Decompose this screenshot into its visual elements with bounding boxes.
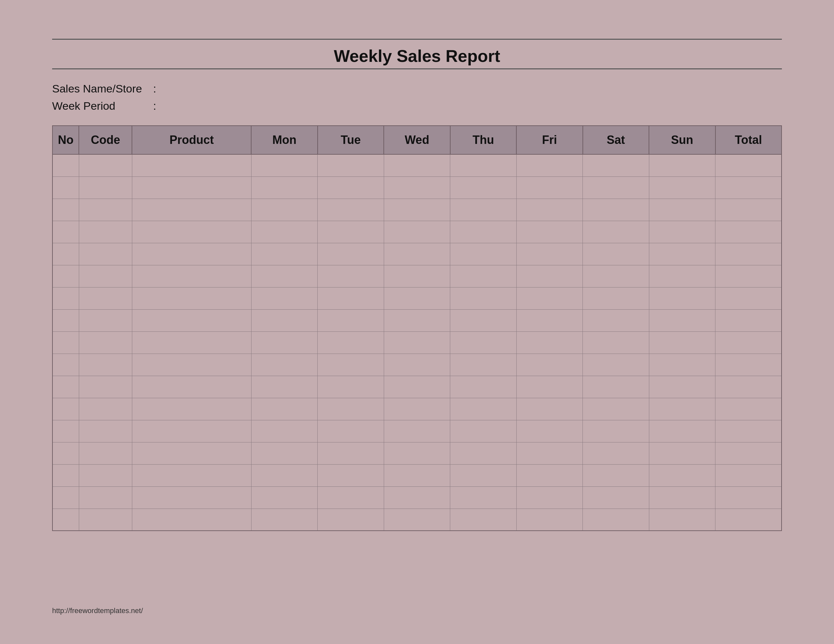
cell-fri[interactable] [516,464,582,486]
cell-code[interactable] [79,376,132,398]
cell-total[interactable] [715,331,782,353]
cell-product[interactable] [132,398,251,420]
cell-tue[interactable] [318,508,384,531]
cell-sat[interactable] [583,176,649,199]
cell-no[interactable] [52,154,79,176]
cell-wed[interactable] [384,331,450,353]
cell-total[interactable] [715,154,782,176]
cell-fri[interactable] [516,398,582,420]
cell-product[interactable] [132,199,251,221]
cell-no[interactable] [52,309,79,331]
cell-sat[interactable] [583,331,649,353]
cell-code[interactable] [79,442,132,464]
cell-mon[interactable] [251,154,317,176]
cell-wed[interactable] [384,508,450,531]
cell-thu[interactable] [450,176,516,199]
cell-product[interactable] [132,309,251,331]
cell-code[interactable] [79,420,132,442]
cell-thu[interactable] [450,199,516,221]
cell-product[interactable] [132,221,251,243]
cell-wed[interactable] [384,464,450,486]
cell-wed[interactable] [384,486,450,508]
cell-mon[interactable] [251,221,317,243]
cell-sun[interactable] [649,508,715,531]
cell-product[interactable] [132,464,251,486]
cell-total[interactable] [715,243,782,265]
cell-product[interactable] [132,154,251,176]
cell-thu[interactable] [450,508,516,531]
cell-thu[interactable] [450,154,516,176]
cell-no[interactable] [52,486,79,508]
cell-code[interactable] [79,353,132,376]
cell-mon[interactable] [251,464,317,486]
cell-sat[interactable] [583,464,649,486]
cell-thu[interactable] [450,486,516,508]
cell-sat[interactable] [583,243,649,265]
cell-wed[interactable] [384,243,450,265]
cell-sat[interactable] [583,221,649,243]
cell-mon[interactable] [251,420,317,442]
cell-mon[interactable] [251,398,317,420]
cell-sun[interactable] [649,376,715,398]
cell-fri[interactable] [516,331,582,353]
cell-no[interactable] [52,221,79,243]
cell-total[interactable] [715,464,782,486]
cell-tue[interactable] [318,464,384,486]
cell-mon[interactable] [251,376,317,398]
cell-sun[interactable] [649,353,715,376]
cell-no[interactable] [52,376,79,398]
cell-code[interactable] [79,221,132,243]
cell-no[interactable] [52,287,79,309]
cell-sun[interactable] [649,243,715,265]
cell-fri[interactable] [516,243,582,265]
cell-wed[interactable] [384,154,450,176]
cell-no[interactable] [52,353,79,376]
cell-sun[interactable] [649,199,715,221]
cell-wed[interactable] [384,287,450,309]
cell-tue[interactable] [318,243,384,265]
cell-wed[interactable] [384,420,450,442]
cell-no[interactable] [52,199,79,221]
cell-tue[interactable] [318,442,384,464]
cell-no[interactable] [52,243,79,265]
cell-tue[interactable] [318,154,384,176]
cell-total[interactable] [715,508,782,531]
cell-sat[interactable] [583,287,649,309]
cell-tue[interactable] [318,486,384,508]
cell-code[interactable] [79,287,132,309]
cell-thu[interactable] [450,309,516,331]
cell-wed[interactable] [384,176,450,199]
cell-total[interactable] [715,398,782,420]
cell-fri[interactable] [516,442,582,464]
cell-no[interactable] [52,508,79,531]
cell-sat[interactable] [583,376,649,398]
cell-code[interactable] [79,309,132,331]
cell-fri[interactable] [516,420,582,442]
cell-thu[interactable] [450,331,516,353]
cell-thu[interactable] [450,287,516,309]
cell-sat[interactable] [583,420,649,442]
cell-no[interactable] [52,265,79,287]
cell-fri[interactable] [516,508,582,531]
cell-tue[interactable] [318,398,384,420]
cell-sat[interactable] [583,508,649,531]
cell-product[interactable] [132,420,251,442]
cell-fri[interactable] [516,265,582,287]
cell-no[interactable] [52,442,79,464]
cell-fri[interactable] [516,353,582,376]
cell-tue[interactable] [318,287,384,309]
cell-code[interactable] [79,508,132,531]
cell-thu[interactable] [450,265,516,287]
cell-fri[interactable] [516,176,582,199]
cell-product[interactable] [132,265,251,287]
cell-no[interactable] [52,464,79,486]
cell-mon[interactable] [251,199,317,221]
cell-tue[interactable] [318,265,384,287]
cell-code[interactable] [79,199,132,221]
cell-sat[interactable] [583,154,649,176]
cell-no[interactable] [52,398,79,420]
cell-thu[interactable] [450,464,516,486]
cell-mon[interactable] [251,265,317,287]
cell-fri[interactable] [516,376,582,398]
cell-wed[interactable] [384,376,450,398]
